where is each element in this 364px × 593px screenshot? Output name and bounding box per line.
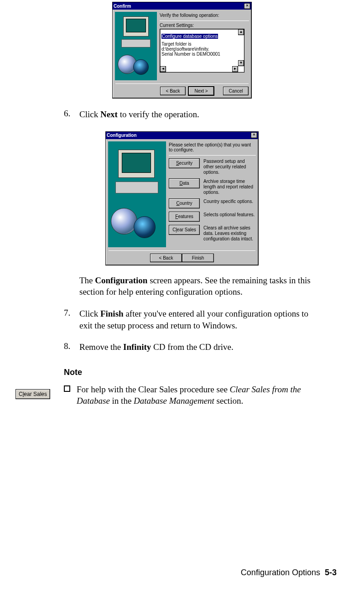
confirm-titlebar: Confirm × [113, 2, 251, 10]
settings-textbox[interactable]: Configure database options Target folder… [160, 29, 244, 73]
scroll-right-icon[interactable]: ► [232, 66, 238, 72]
scroll-left-icon[interactable]: ◄ [160, 66, 166, 72]
settings-line: Serial Number is DEMO0001 [161, 52, 238, 57]
current-settings-label: Current Settings: [160, 23, 249, 28]
step-text: Remove the Infinity CD from the CD drive… [79, 341, 323, 353]
step-number: 7. [64, 308, 79, 331]
cancel-button[interactable]: Cancel [223, 87, 249, 95]
configuration-heading: Please select the option(s) that you wan… [169, 142, 256, 152]
close-icon[interactable]: × [251, 132, 257, 138]
option-row: SecurityPassword setup and other securit… [169, 158, 256, 175]
confirm-heading: Verify the following operation: [160, 13, 249, 18]
note-heading: Note [64, 368, 323, 377]
paragraph: The Configuration screen appears. See th… [79, 275, 323, 298]
step-7: 7. Click Finish after you've entered all… [64, 308, 323, 331]
back-button[interactable]: < Back [150, 254, 182, 262]
footer-label: Configuration Options [241, 568, 320, 577]
divider [160, 21, 249, 21]
option-button-features[interactable]: Features [169, 212, 200, 222]
close-icon[interactable]: × [244, 3, 250, 9]
option-description: Clears all archive sales data. Leaves ex… [203, 225, 256, 242]
back-button[interactable]: < Back [160, 87, 186, 95]
note-bullet: For help with the Clear Sales procedure … [64, 384, 323, 407]
divider [109, 250, 255, 251]
wizard-graphic [115, 12, 157, 80]
square-bullet-icon [64, 385, 70, 392]
scroll-down-icon[interactable]: ▼ [238, 60, 244, 66]
step-number: 6. [64, 109, 79, 120]
option-row: CountryCountry specific options. [169, 198, 256, 208]
confirm-dialog: Confirm × Verify the following operation… [112, 2, 252, 99]
configuration-titlebar: Configuration × [106, 132, 258, 139]
step-8: 8. Remove the Infinity CD from the CD dr… [64, 341, 323, 353]
option-button-data[interactable]: Data [169, 178, 200, 188]
settings-line-selected: Configure database options [161, 34, 218, 39]
option-row: Clear SalesClears all archive sales data… [169, 225, 256, 242]
step-text: Click Next to verify the operation. [79, 109, 323, 120]
option-description: Archive storage time length and report r… [203, 178, 256, 195]
configuration-dialog: Configuration × Please select the option… [105, 131, 259, 265]
confirm-title: Confirm [114, 4, 131, 9]
option-description: Country specific options. [203, 198, 253, 204]
option-button-country[interactable]: Country [169, 198, 200, 208]
option-button-security[interactable]: Security [169, 158, 200, 168]
scroll-up-icon[interactable]: ▲ [238, 29, 244, 35]
page-footer: Configuration Options 5-3 [241, 568, 337, 577]
footer-page-number: 5-3 [325, 568, 337, 577]
step-6: 6. Click Next to verify the operation. [64, 109, 323, 120]
clear-sales-margin-button[interactable]: Clear Sales [16, 389, 50, 399]
step-number: 8. [64, 341, 79, 353]
divider [169, 155, 256, 156]
option-description: Selects optional features. [203, 212, 255, 218]
wizard-graphic [108, 141, 166, 247]
option-row: FeaturesSelects optional features. [169, 212, 256, 222]
configuration-title: Configuration [107, 133, 137, 138]
option-row: DataArchive storage time length and repo… [169, 178, 256, 195]
option-description: Password setup and other security relate… [203, 158, 256, 175]
step-text: Click Finish after you've entered all yo… [79, 308, 323, 331]
option-button-clear-sales[interactable]: Clear Sales [169, 225, 200, 235]
finish-button[interactable]: Finish [182, 254, 214, 262]
divider [115, 83, 249, 84]
next-button[interactable]: Next > [188, 87, 214, 95]
note-text: For help with the Clear Sales procedure … [77, 384, 323, 407]
settings-line: Target folder is d:\berg\software\infini… [161, 42, 238, 52]
